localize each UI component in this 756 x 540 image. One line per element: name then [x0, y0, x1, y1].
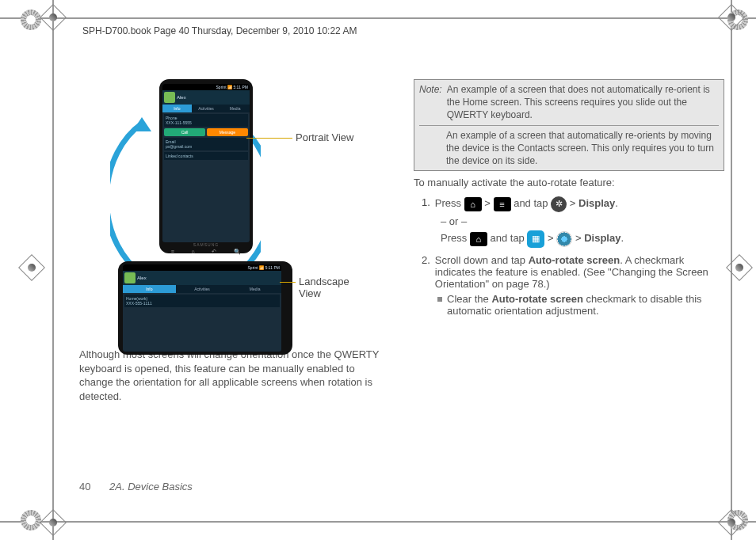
cropmark-diamond-icon	[40, 4, 67, 31]
avatar-icon	[164, 92, 175, 103]
tab-media: Media	[220, 105, 250, 112]
auto-rotate-term: Auto-rotate screen	[529, 254, 620, 266]
tab-activities: Activities	[192, 105, 221, 112]
section-title: 2A. Device Basics	[109, 481, 193, 492]
step-1-or: – or –	[441, 215, 724, 227]
phone-landscape: Sprint 📶 5:11 PM Alex InfoActivitiesMedi…	[118, 261, 292, 355]
svg-marker-0	[132, 117, 151, 131]
cropmark-diamond-icon	[40, 509, 67, 536]
apps-grid-icon: ▦	[527, 230, 544, 248]
step-number: 2.	[422, 254, 430, 290]
rotation-figure: Sprint 📶 5:11 PM Alex InfoActivitiesMedi…	[104, 79, 365, 337]
settings-color-icon	[556, 231, 572, 247]
auto-rotate-term: Auto-rotate screen	[491, 293, 583, 305]
cropmark-diamond-icon	[18, 254, 45, 281]
page: SPH-D700.book Page 40 Thursday, December…	[0, 0, 756, 540]
home-key-icon: ⌂	[470, 232, 487, 246]
square-bullet-icon	[437, 297, 442, 302]
bullet-text: Clear the Auto-rotate screen checkmark t…	[447, 293, 724, 317]
note-label: Note:	[419, 83, 442, 122]
left-column: Sprint 📶 5:11 PM Alex InfoActivitiesMedi…	[79, 79, 390, 461]
step-number: 1.	[422, 196, 430, 212]
hardkeys: ≡⌂↶🔍	[162, 249, 250, 255]
avatar-icon	[124, 272, 136, 283]
field-label: Linked contacts	[166, 154, 193, 158]
step-2-text: Scroll down and tap Auto-rotate screen. …	[435, 254, 724, 290]
landscape-view-label: Landscape View	[299, 276, 365, 299]
bullet-item: Clear the Auto-rotate screen checkmark t…	[437, 293, 724, 317]
page-number: 40	[79, 481, 90, 492]
home-key-icon: ⌂	[464, 197, 482, 211]
note-text-2: An example of a screen that automaticall…	[419, 129, 719, 168]
intro-paragraph: Although most screens will change orient…	[79, 348, 390, 403]
lead-sentence: To manually activate the auto-rotate fea…	[414, 176, 724, 190]
page-footer: 40 2A. Device Basics	[79, 481, 193, 492]
note-text-1: An example of a screen that does not aut…	[447, 83, 719, 122]
cropmark-gear-icon	[21, 10, 41, 30]
callout-line	[280, 282, 296, 283]
time-label: 5:11 PM	[265, 265, 280, 270]
right-column: Note: An example of a screen that does n…	[414, 79, 724, 461]
cropmark-gear-icon	[21, 510, 41, 530]
step-2: 2. Scroll down and tap Auto-rotate scree…	[422, 254, 724, 290]
tab-activities: Activities	[176, 285, 229, 293]
portrait-view-label: Portrait View	[296, 131, 353, 143]
running-header: SPH-D700.book Page 40 Thursday, December…	[82, 25, 357, 36]
content-area: Sprint 📶 5:11 PM Alex InfoActivitiesMedi…	[79, 79, 724, 461]
field-value: XXX-111-5555	[166, 120, 192, 125]
call-button: Call	[164, 128, 205, 136]
tab-info: Info	[162, 105, 192, 112]
field-value: XXX-555-1111	[126, 301, 152, 306]
contact-name: Alex	[137, 276, 147, 280]
step-1: 1. Press ⌂ > ≡ and tap ✲ > Display.	[422, 196, 724, 212]
carrier-label: Sprint	[248, 265, 258, 270]
menu-key-icon: ≡	[494, 197, 511, 211]
phone-portrait: Sprint 📶 5:11 PM Alex InfoActivitiesMedi…	[159, 79, 253, 253]
brand-label: SAMSUNG	[162, 242, 250, 247]
contact-name: Alex	[177, 95, 186, 100]
field-value: px@gmail.com	[166, 144, 192, 149]
message-button: Message	[207, 128, 248, 136]
tab-media: Media	[228, 285, 281, 293]
display-term: Display	[578, 197, 615, 209]
note-box: Note: An example of a screen that does n…	[414, 79, 724, 171]
time-label: 5:11 PM	[233, 85, 248, 89]
callout-line	[246, 138, 292, 139]
settings-gear-icon: ✲	[551, 196, 567, 212]
step-1-line-a: Press ⌂ > ≡ and tap ✲ > Display.	[435, 196, 618, 212]
display-term: Display	[584, 232, 620, 244]
step-1-line-b: Press ⌂ and tap ▦ > > Display.	[441, 230, 724, 248]
carrier-label: Sprint	[216, 85, 227, 89]
tab-info: Info	[123, 285, 176, 293]
